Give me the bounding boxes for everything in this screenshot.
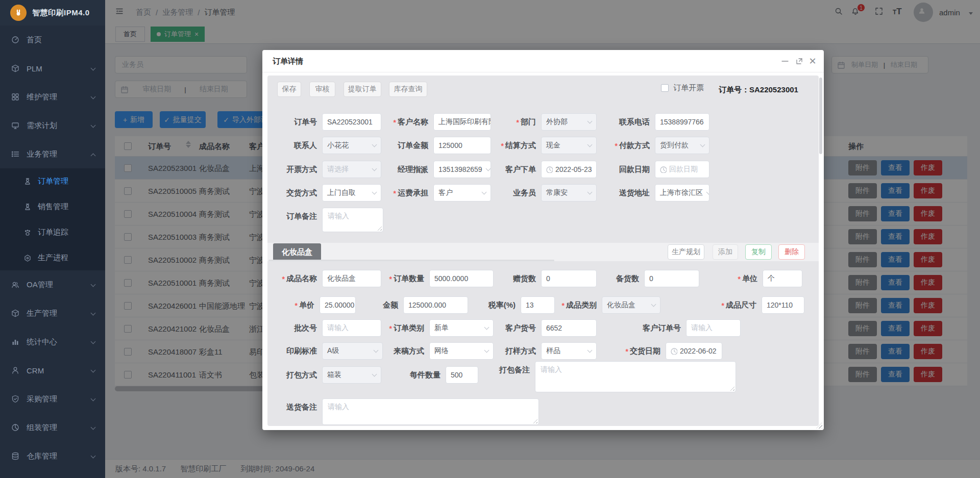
order-qty-input[interactable]: 5000.0000 (429, 270, 494, 287)
delivery-remark-textarea[interactable]: 请输入 (322, 398, 539, 425)
field-order-no: 订单号SA220523001 (277, 113, 381, 131)
sidebar-item-purchasing[interactable]: 采购管理 (0, 385, 105, 413)
user-badge-icon (23, 203, 31, 211)
product-name-input[interactable]: 化妆品盒 (322, 270, 381, 287)
resize-handle[interactable] (532, 418, 537, 423)
freight-select[interactable]: 客户 (433, 184, 491, 202)
invoice-checkbox[interactable] (661, 84, 669, 92)
unit-price-input[interactable]: 25.00000 (320, 296, 356, 314)
manager-select[interactable]: 13513982659 (433, 161, 491, 178)
modal-body: 保存 审核 提取订单 库存查询 订单开票 订单号：SA220523001 订单号… (267, 76, 819, 426)
manuscript-select[interactable]: 网络 (429, 342, 494, 360)
save-button[interactable]: 保存 (277, 82, 301, 97)
delivery-date-input[interactable]: 2022-06-02 (666, 342, 722, 360)
resize-handle[interactable] (729, 386, 734, 391)
sidebar-item-maintenance[interactable]: 维护管理 (0, 83, 105, 111)
pack-remark-textarea[interactable]: 请输入 (535, 361, 736, 392)
field-manuscript: 来稿方式网络 (384, 342, 494, 360)
field-customer: *客户名称上海国际印刷有限公司 (385, 113, 491, 131)
address-select[interactable]: 上海市徐汇区 (655, 184, 709, 202)
sidebar-item-production[interactable]: 生产管理 (0, 299, 105, 328)
close-icon[interactable]: ✕ (808, 57, 817, 65)
gift-qty-input[interactable]: 0 (541, 270, 597, 287)
proof-method-select[interactable]: 样品 (541, 342, 597, 360)
field-customer-order-no: 客户订单号请输入 (625, 319, 741, 337)
product-category-select[interactable]: 化妆品盒 (602, 296, 660, 314)
print-standard-select[interactable]: A级 (322, 342, 383, 360)
add-product-button[interactable]: 添加 (713, 244, 738, 260)
product-size-input[interactable]: 120*110 (762, 296, 804, 314)
extract-order-button[interactable]: 提取订单 (344, 82, 381, 97)
package-method-select[interactable]: 箱装 (322, 366, 381, 384)
sidebar-item-business[interactable]: 业务管理 (0, 140, 105, 168)
order-remark-textarea[interactable]: 请输入 (322, 208, 383, 232)
salesman-select[interactable]: 常康安 (541, 184, 597, 202)
return-date-input[interactable]: 回款日期 (655, 161, 709, 178)
batch-no-input[interactable]: 请输入 (322, 319, 381, 337)
contact-select[interactable]: 小花花 (322, 137, 381, 154)
sidebar-item-assembly[interactable]: 组装管理 (0, 413, 105, 442)
field-gift-qty: 赠货数0 (495, 270, 597, 287)
field-label: 订单金额 (398, 141, 428, 150)
select-placeholder: 请选择 (327, 165, 349, 174)
payment-select[interactable]: 货到付款 (655, 137, 709, 154)
input-placeholder: 请输入 (691, 323, 713, 333)
cube-icon (11, 309, 19, 317)
sidebar-item-sales-management[interactable]: 销售管理 (0, 194, 105, 219)
per-qty-input[interactable]: 500 (446, 366, 478, 384)
dashboard-icon (11, 36, 19, 44)
chevron-down-icon (91, 123, 96, 128)
settlement-select[interactable]: 现金 (541, 137, 597, 154)
stock-query-button[interactable]: 库存查询 (389, 82, 427, 97)
unit-input[interactable]: 个 (763, 270, 802, 287)
customer-order-date-input[interactable]: 2022-05-23 (541, 161, 597, 178)
field-label: 部门 (521, 117, 536, 127)
resize-handle[interactable] (377, 225, 382, 231)
order-no-input[interactable]: SA220523001 (322, 113, 381, 131)
sidebar-item-demand-plan[interactable]: 需求计划 (0, 111, 105, 140)
sidebar-item-order-management[interactable]: 订单管理 (0, 168, 105, 194)
line-amount-input[interactable]: 125000.000 (403, 296, 468, 314)
delivery-method-select[interactable]: 上门自取 (322, 184, 381, 202)
input-placeholder: 请输入 (327, 323, 349, 333)
field-order-remark: 订单备注请输入 (277, 208, 383, 232)
sidebar-item-order-tracking[interactable]: 订单追踪 (0, 219, 105, 245)
field-print-standard: 印刷标准A级 (277, 342, 383, 360)
invoice-checkbox-group: 订单开票 (661, 83, 704, 93)
modal-scrollbar[interactable] (819, 78, 822, 154)
phone-input[interactable]: 15388997766 (655, 113, 709, 131)
department-select[interactable]: 外协部 (541, 113, 597, 131)
delete-product-button[interactable]: 删除 (778, 244, 805, 260)
paw-icon (23, 229, 31, 236)
stock-qty-input[interactable]: 0 (644, 270, 699, 287)
copy-product-button[interactable]: 复制 (745, 244, 772, 260)
invoice-type-select[interactable]: 请选择 (322, 161, 381, 178)
sidebar-item-plm[interactable]: PLM (0, 54, 105, 83)
person-icon (11, 366, 19, 374)
field-label: 经理指派 (398, 165, 428, 174)
production-plan-button[interactable]: 生产规划 (668, 244, 704, 260)
product-tab[interactable]: 化妆品盒 (273, 243, 321, 261)
field-label: 打包备注 (499, 365, 530, 375)
tax-rate-input[interactable]: 13 (521, 296, 555, 314)
maximize-icon[interactable] (795, 57, 803, 65)
field-label: 开票方式 (286, 165, 317, 174)
field-label: 税率(%) (488, 300, 516, 310)
sidebar-item-home[interactable]: 首页 (0, 26, 105, 54)
sidebar-item-statistics[interactable]: 统计中心 (0, 328, 105, 356)
sidebar-item-warehouse[interactable]: 仓库管理 (0, 442, 105, 470)
amount-input[interactable]: 125000 (433, 137, 491, 154)
customer-item-no-input[interactable]: 6652 (541, 319, 597, 337)
field-phone: 联系电话15388997766 (602, 113, 709, 131)
sidebar-item-oa[interactable]: OA管理 (0, 270, 105, 299)
customer-input[interactable]: 上海国际印刷有限公司 (433, 113, 491, 131)
customer-order-no-input[interactable]: 请输入 (686, 319, 741, 337)
sidebar-item-label: PLM (27, 64, 42, 73)
sidebar-item-production-progress[interactable]: 生产进程 (0, 245, 105, 270)
audit-button[interactable]: 审核 (309, 82, 335, 97)
field-label: 订单数量 (394, 274, 424, 284)
minimize-icon[interactable] (781, 57, 789, 65)
sidebar-item-crm[interactable]: CRM (0, 356, 105, 385)
field-batch-no: 批次号请输入 (277, 319, 381, 337)
order-type-select[interactable]: 新单 (429, 319, 494, 337)
